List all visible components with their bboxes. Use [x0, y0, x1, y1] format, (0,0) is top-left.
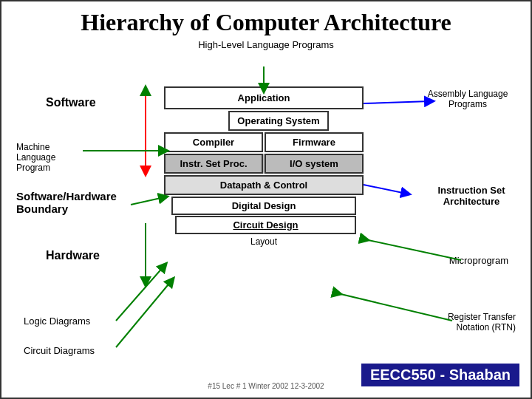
- svg-line-8: [364, 101, 430, 103]
- box-compiler: Compiler: [164, 132, 263, 152]
- label-logic-diagrams: Logic Diagrams: [24, 316, 90, 327]
- box-application: Application: [164, 86, 364, 109]
- label-sw-hw-boundary: Software/Hardware Boundary: [16, 190, 98, 215]
- label-machine-language: Machine Language Program: [16, 142, 83, 173]
- label-software: Software: [46, 96, 96, 109]
- architecture-container: Application Operating System Compiler Fi…: [164, 86, 364, 248]
- box-layout: Layout: [164, 235, 364, 248]
- slide-number: #15 Lec # 1 Winter 2002 12-3-2002: [208, 382, 324, 390]
- box-firmware: Firmware: [265, 132, 364, 152]
- svg-line-9: [364, 185, 406, 194]
- label-hardware: Hardware: [46, 249, 100, 262]
- label-circuit-diagrams: Circuit Diagrams: [24, 345, 95, 356]
- label-assembly-language: Assembly Language Programs: [427, 89, 508, 109]
- box-digital: Digital Design: [171, 197, 356, 215]
- box-datapath: Datapath & Control: [164, 175, 364, 195]
- box-circuit: Circuit Design: [175, 216, 356, 234]
- svg-line-6: [116, 266, 164, 321]
- box-io: I/O system: [265, 154, 364, 174]
- box-isp: Instr. Set Proc.: [164, 154, 263, 174]
- subtitle-label: High-Level Language Programs: [9, 39, 523, 50]
- slide: Hierarchy of Computer Architecture High-…: [0, 0, 532, 399]
- label-rtn: Register Transfer Notation (RTN): [420, 312, 516, 332]
- page-title: Hierarchy of Computer Architecture: [9, 9, 523, 36]
- label-isa: Instruction Set Architecture: [427, 185, 516, 207]
- isp-io-row: Instr. Set Proc. I/O system: [164, 154, 364, 174]
- badge: EECC550 - Shaaban: [361, 364, 519, 386]
- svg-line-7: [116, 281, 171, 347]
- label-microprogram: Microprogram: [449, 255, 508, 266]
- svg-line-4: [131, 197, 164, 205]
- compiler-firmware-row: Compiler Firmware: [164, 132, 364, 152]
- svg-line-10: [365, 239, 461, 260]
- box-os: Operating System: [228, 111, 328, 131]
